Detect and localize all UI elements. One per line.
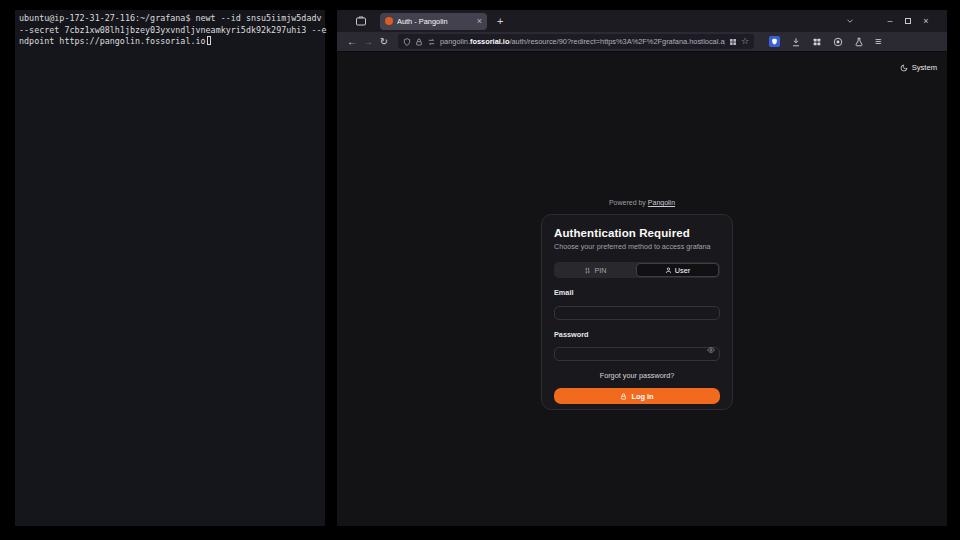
new-tab-button[interactable]: + [497,16,503,27]
lock-icon[interactable] [415,38,423,46]
pangolin-favicon-icon [385,17,393,25]
url-bar[interactable]: pangolin.fossorial.io/auth/resource/90?r… [398,34,754,49]
downloads-icon[interactable] [791,37,801,47]
login-button[interactable]: Log in [554,388,720,404]
password-field[interactable] [554,347,720,361]
forward-button[interactable]: → [360,37,376,47]
firefox-view-icon[interactable] [355,15,367,27]
theme-toggle-label: System [912,63,937,72]
containers-grid-icon[interactable] [729,38,737,46]
terminal-line: ndpoint https://pangolin.fossorial.io [19,36,323,48]
login-button-label: Log in [631,392,653,401]
browser-window: Auth - Pangolin × + – × ← → ↻ [337,10,947,526]
auth-page: System Powered by Pangolin Authenticatio… [337,53,947,526]
moon-icon [900,64,908,72]
window-controls: – × [845,16,935,26]
terminal-line-text: ndpoint https://pangolin.fossorial.io [19,36,206,46]
browser-tab-active[interactable]: Auth - Pangolin × [380,13,487,30]
browser-tab-bar: Auth - Pangolin × + – × [337,10,947,32]
auth-card: Authentication Required Choose your pref… [541,214,733,410]
maximize-button[interactable] [899,16,917,26]
forgot-password-link[interactable]: Forgot your password? [554,371,720,380]
pangolin-link[interactable]: Pangolin [648,199,675,206]
powered-by-text: Powered by [609,199,646,206]
terminal-cursor [207,36,212,45]
card-title: Authentication Required [554,227,720,239]
url-host: fossorial.io [470,37,509,46]
tab-user[interactable]: User [636,263,719,277]
maximize-icon [905,18,911,24]
toolbar-extension-icons: ≡ [769,36,881,47]
desktop: ubuntu@ip-172-31-27-116:~/grafana$ newt … [0,0,960,540]
browser-toolbar: ← → ↻ pangolin.fossorial.io/auth/resourc… [337,32,947,52]
card-subtitle: Choose your preferred method to access g… [554,242,720,251]
url-path: /auth/resource/90?redirect=https%3A%2F%2… [509,37,724,46]
show-password-eye-icon[interactable] [707,346,715,354]
tab-title: Auth - Pangolin [397,17,473,26]
close-window-button[interactable]: × [917,16,935,26]
url-text[interactable]: pangolin.fossorial.io/auth/resource/90?r… [440,37,725,46]
tab-pin-label: PIN [594,266,606,275]
flask-extension-icon[interactable] [854,37,864,47]
extensions-grid-icon[interactable] [812,37,822,47]
terminal-line: --secret 7cbz1xw08lh1jbzey03yxvndljvneam… [19,25,323,37]
password-label: Password [554,330,720,339]
theme-toggle[interactable]: System [900,63,937,72]
lock-icon [620,393,627,400]
reload-button[interactable]: ↻ [376,37,392,47]
url-host-prefix: pangolin. [440,37,470,46]
minimize-button[interactable]: – [881,16,899,26]
tab-user-label: User [675,266,690,275]
bookmark-star-icon[interactable]: ☆ [741,37,749,46]
menu-icon[interactable]: ≡ [875,36,881,47]
powered-by: Powered by Pangolin [337,199,947,206]
tab-pin[interactable]: PIN [555,263,636,277]
tab-list-chevron-icon[interactable] [845,16,855,26]
auth-method-tabs: PIN User [554,262,720,278]
email-label: Email [554,288,720,297]
user-icon [665,267,672,274]
terminal-line: ubuntu@ip-172-31-27-116:~/grafana$ newt … [19,13,323,25]
terminal-window[interactable]: ubuntu@ip-172-31-27-116:~/grafana$ newt … [15,10,325,526]
email-field[interactable] [554,306,720,320]
close-tab-icon[interactable]: × [477,17,482,26]
privacy-circle-icon[interactable] [833,37,843,47]
password-manager-extension-icon[interactable] [769,36,780,47]
permissions-arrows-icon[interactable] [427,38,436,46]
binary-icon [584,267,591,274]
back-button[interactable]: ← [344,37,360,47]
shield-icon[interactable] [403,38,411,46]
